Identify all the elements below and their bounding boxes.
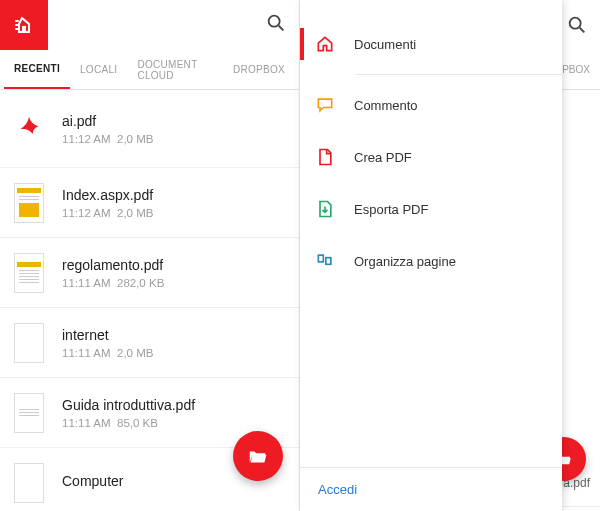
drawer-item-organizza[interactable]: Organizza pagine <box>300 235 562 287</box>
svg-line-3 <box>580 28 585 33</box>
drawer-item-crea-pdf[interactable]: Crea PDF <box>300 131 562 183</box>
file-size: 85,0 KB <box>111 417 158 429</box>
file-size: 2,0 MB <box>111 207 154 219</box>
drawer-item-label: Crea PDF <box>354 150 412 165</box>
svg-rect-5 <box>326 258 331 265</box>
search-button[interactable] <box>265 12 287 38</box>
file-name: Computer <box>62 473 123 489</box>
list-item[interactable]: internet 11:11 AM2,0 MB <box>0 308 299 378</box>
svg-point-0 <box>269 16 280 27</box>
file-thumbnail <box>14 183 44 223</box>
file-time: 11:11 AM <box>62 347 111 359</box>
divider <box>356 74 562 75</box>
tab-bar: RECENTI LOCALI DOCUMENT CLOUD DROPBOX <box>0 50 299 90</box>
drawer-item-label: Documenti <box>354 37 416 52</box>
file-name: Guida introduttiva.pdf <box>62 397 195 413</box>
file-size: 282,0 KB <box>111 277 165 289</box>
file-thumbnail <box>14 463 44 503</box>
nav-drawer: Documenti Commento Crea PDF Esporta P <box>300 0 562 511</box>
file-time: 11:11 AM <box>62 277 111 289</box>
file-name: Index.aspx.pdf <box>62 187 153 203</box>
list-item[interactable]: ai.pdf 11:12 AM2,0 MB <box>0 90 299 168</box>
drawer-item-documenti[interactable]: Documenti <box>300 18 562 70</box>
file-size: 2,0 MB <box>111 347 154 359</box>
folder-open-icon <box>247 445 269 467</box>
svg-point-2 <box>570 18 581 29</box>
file-time: 11:12 AM <box>62 207 111 219</box>
home-icon <box>12 13 36 37</box>
drawer-item-esporta-pdf[interactable]: Esporta PDF <box>300 183 562 235</box>
svg-rect-4 <box>318 255 323 262</box>
file-thumbnail <box>14 393 44 433</box>
svg-line-1 <box>279 26 284 31</box>
list-item[interactable]: regolamento.pdf 11:11 AM282,0 KB <box>0 238 299 308</box>
drawer-item-label: Commento <box>354 98 418 113</box>
tab-dropbox[interactable]: DROPBOX <box>223 50 295 89</box>
file-time: 11:12 AM <box>62 133 111 145</box>
home-icon <box>314 33 336 55</box>
tab-document-cloud[interactable]: DOCUMENT CLOUD <box>127 50 223 89</box>
file-time: 11:11 AM <box>62 417 111 429</box>
drawer-signin-label: Accedi <box>318 482 357 497</box>
file-name: internet <box>62 327 153 343</box>
file-name: regolamento.pdf <box>62 257 164 273</box>
fab-open-button[interactable] <box>233 431 283 481</box>
file-size: 2,0 MB <box>111 133 154 145</box>
file-name: ai.pdf <box>62 113 153 129</box>
drawer-item-label: Organizza pagine <box>354 254 456 269</box>
comment-icon <box>314 94 336 116</box>
adobe-pdf-icon <box>14 109 44 149</box>
tab-recenti[interactable]: RECENTI <box>4 50 70 89</box>
search-icon <box>265 12 287 34</box>
drawer-item-label: Esporta PDF <box>354 202 428 217</box>
search-icon <box>566 14 588 36</box>
main-screen: RECENTI LOCALI DOCUMENT CLOUD DROPBOX ai… <box>0 0 300 511</box>
list-item[interactable]: Index.aspx.pdf 11:12 AM2,0 MB <box>0 168 299 238</box>
file-thumbnail <box>14 323 44 363</box>
drawer-item-commento[interactable]: Commento <box>300 79 562 131</box>
organize-icon <box>314 250 336 272</box>
menu-home-button[interactable] <box>0 0 48 50</box>
create-pdf-icon <box>314 146 336 168</box>
export-pdf-icon <box>314 198 336 220</box>
tab-locali[interactable]: LOCALI <box>70 50 127 89</box>
drawer-screen: ROPBOX a.pdf Documenti Commento <box>300 0 600 511</box>
file-thumbnail <box>14 253 44 293</box>
drawer-signin-link[interactable]: Accedi <box>300 467 562 511</box>
app-header <box>0 0 299 50</box>
